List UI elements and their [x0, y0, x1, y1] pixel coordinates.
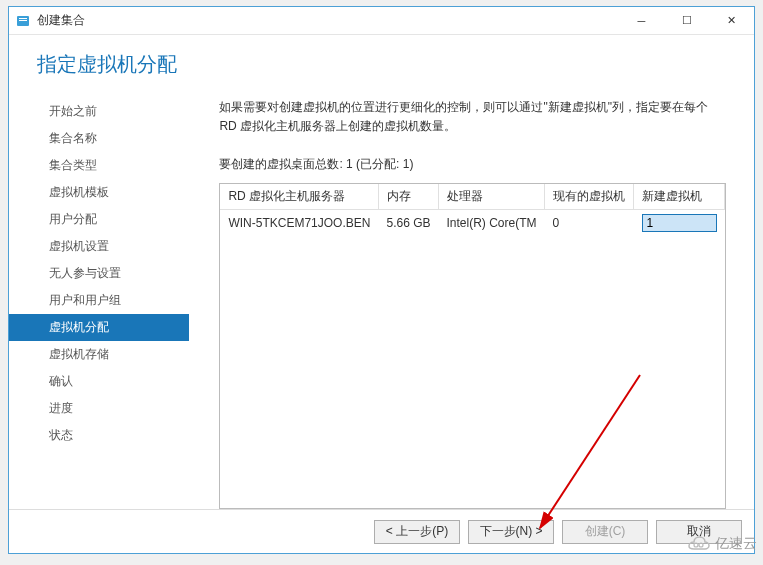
step-status[interactable]: 状态 — [9, 422, 189, 449]
new-vm-count-input[interactable] — [642, 214, 717, 232]
col-cpu[interactable]: 处理器 — [438, 184, 544, 210]
next-button[interactable]: 下一步(N) > — [468, 520, 554, 544]
table-row[interactable]: WIN-5TKCEM71JOO.BEN 5.66 GB Intel(R) Cor… — [220, 210, 724, 237]
summary-text: 要创建的虚拟桌面总数: 1 (已分配: 1) — [219, 156, 726, 173]
col-server[interactable]: RD 虚拟化主机服务器 — [220, 184, 378, 210]
cell-server: WIN-5TKCEM71JOO.BEN — [220, 210, 378, 237]
col-existing[interactable]: 现有的虚拟机 — [545, 184, 634, 210]
main-panel: 如果需要对创建虚拟机的位置进行更细化的控制，则可以通过"新建虚拟机"列，指定要在… — [189, 98, 754, 509]
watermark-text: 亿速云 — [715, 535, 757, 553]
window-title: 创建集合 — [37, 12, 619, 29]
step-vm-allocation[interactable]: 虚拟机分配 — [9, 314, 189, 341]
create-button: 创建(C) — [562, 520, 648, 544]
cloud-icon — [683, 535, 711, 553]
window-controls: ─ ☐ ✕ — [619, 7, 754, 35]
description-text: 如果需要对创建虚拟机的位置进行更细化的控制，则可以通过"新建虚拟机"列，指定要在… — [219, 98, 726, 136]
step-vm-settings[interactable]: 虚拟机设置 — [9, 233, 189, 260]
previous-button[interactable]: < 上一步(P) — [374, 520, 460, 544]
allocation-table-container: RD 虚拟化主机服务器 内存 处理器 现有的虚拟机 新建虚拟机 WIN-5TKC… — [219, 183, 726, 509]
wizard-steps-sidebar: 开始之前 集合名称 集合类型 虚拟机模板 用户分配 虚拟机设置 无人参与设置 用… — [9, 98, 189, 509]
svg-rect-1 — [19, 18, 27, 19]
allocation-table: RD 虚拟化主机服务器 内存 处理器 现有的虚拟机 新建虚拟机 WIN-5TKC… — [220, 184, 725, 236]
step-unattended[interactable]: 无人参与设置 — [9, 260, 189, 287]
step-users-groups[interactable]: 用户和用户组 — [9, 287, 189, 314]
step-confirm[interactable]: 确认 — [9, 368, 189, 395]
dialog-window: 创建集合 ─ ☐ ✕ 指定虚拟机分配 开始之前 集合名称 集合类型 虚拟机模板 … — [8, 6, 755, 554]
svg-point-5 — [699, 543, 703, 547]
step-collection-type[interactable]: 集合类型 — [9, 152, 189, 179]
step-vm-template[interactable]: 虚拟机模板 — [9, 179, 189, 206]
step-before-begin[interactable]: 开始之前 — [9, 98, 189, 125]
app-icon — [15, 13, 31, 29]
col-memory[interactable]: 内存 — [378, 184, 438, 210]
cell-cpu: Intel(R) Core(TM — [438, 210, 544, 237]
table-header-row: RD 虚拟化主机服务器 内存 处理器 现有的虚拟机 新建虚拟机 — [220, 184, 724, 210]
cell-new — [634, 210, 725, 237]
minimize-button[interactable]: ─ — [619, 7, 664, 35]
col-new[interactable]: 新建虚拟机 — [634, 184, 725, 210]
step-progress[interactable]: 进度 — [9, 395, 189, 422]
close-button[interactable]: ✕ — [709, 7, 754, 35]
content-area: 开始之前 集合名称 集合类型 虚拟机模板 用户分配 虚拟机设置 无人参与设置 用… — [9, 98, 754, 509]
dialog-footer: < 上一步(P) 下一步(N) > 创建(C) 取消 — [9, 509, 754, 553]
svg-rect-2 — [19, 20, 27, 21]
cell-memory: 5.66 GB — [378, 210, 438, 237]
step-vm-storage[interactable]: 虚拟机存储 — [9, 341, 189, 368]
watermark: 亿速云 — [683, 535, 757, 553]
step-user-assign[interactable]: 用户分配 — [9, 206, 189, 233]
page-header: 指定虚拟机分配 — [9, 35, 754, 98]
maximize-button[interactable]: ☐ — [664, 7, 709, 35]
cell-existing: 0 — [545, 210, 634, 237]
titlebar: 创建集合 ─ ☐ ✕ — [9, 7, 754, 35]
page-title: 指定虚拟机分配 — [37, 51, 726, 78]
step-collection-name[interactable]: 集合名称 — [9, 125, 189, 152]
svg-point-4 — [694, 543, 698, 547]
